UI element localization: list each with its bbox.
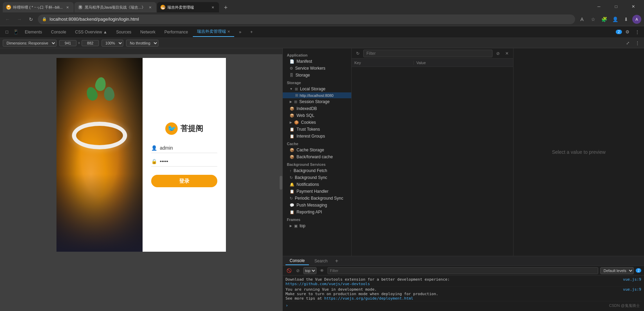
console-source-2: vue.js:9 (614, 287, 641, 292)
sidebar-frames-top[interactable]: ▶ ▣ top (283, 222, 351, 229)
sidebar-interest-groups[interactable]: 📋 Interest Groups (283, 133, 351, 140)
tab-more[interactable]: » (235, 27, 246, 37)
periodic-bg-label: Periodic Background Sync (295, 196, 343, 201)
clear-filter-icon[interactable]: ⊘ (495, 50, 501, 57)
rotate-icon[interactable]: ⤢ (624, 39, 632, 47)
storage-overview-label: Storage (295, 73, 310, 78)
tab-application[interactable]: 瑞吉外卖管理端 ✕ (193, 27, 234, 37)
console-context-select[interactable]: top (303, 267, 316, 274)
user-avatar[interactable]: A (632, 15, 641, 24)
tab-application-close[interactable]: ✕ (227, 30, 230, 33)
username-input[interactable] (160, 145, 217, 151)
login-button[interactable]: 登录 (151, 175, 217, 187)
console-filter-input[interactable] (328, 267, 598, 274)
resize-handle[interactable] (280, 176, 282, 190)
sidebar-manifest[interactable]: 📄 Manifest (283, 58, 351, 65)
indexeddb-label: IndexedDB (297, 106, 317, 111)
translate-icon[interactable]: A (577, 14, 587, 24)
star-icon[interactable]: ☆ (588, 14, 598, 24)
reload-btn[interactable]: ↻ (26, 14, 36, 24)
service-workers-icon: ⚙ (290, 66, 293, 71)
inspect-icon[interactable]: □ (3, 28, 11, 36)
vue-deployment-link[interactable]: https://vuejs.org/guide/deployment.html (324, 296, 413, 301)
tab-1-title: 咔哩咔哩 ( * ･っ口 千杯--bili... (13, 5, 63, 10)
filter-close-icon[interactable]: ✕ (503, 50, 510, 57)
tab-1-close[interactable]: ✕ (65, 4, 70, 10)
localhost-icon: ⊞ (295, 93, 298, 98)
browser-tab-2[interactable]: 黑 黑马程序员Java项目实战《瑞吉...》 ✕ (74, 2, 156, 12)
localhost-label: http://localhost:8080 (300, 93, 333, 98)
tab-console[interactable]: Console (47, 27, 70, 37)
throttle-select[interactable]: No throttling (126, 40, 158, 47)
tab-2-close[interactable]: ✕ (147, 4, 153, 10)
sidebar-storage-overview[interactable]: 🗄 Storage (283, 72, 351, 79)
tab-add[interactable]: + (246, 27, 257, 37)
forward-btn[interactable]: → (14, 14, 24, 24)
console-tab-search[interactable]: Search (310, 257, 332, 265)
more-icon[interactable]: ⋮ (634, 39, 641, 47)
sidebar-periodic-bg-sync[interactable]: ↻ Periodic Background Sync (283, 195, 351, 202)
zoom-select[interactable]: 100% (102, 40, 123, 47)
login-panel: 🐦 菩提阁 👤 🔒 (143, 58, 226, 252)
close-btn[interactable]: ✕ (625, 2, 641, 11)
browser-tab-1[interactable]: 🍺 咔哩咔哩 ( * ･っ口 千杯--bili... ✕ (3, 2, 74, 12)
refresh-icon[interactable]: ↻ (354, 50, 361, 57)
more-options-icon[interactable]: ⋮ (633, 28, 641, 36)
sidebar-localhost-8080[interactable]: ⊞ http://localhost:8080 (283, 92, 351, 98)
tab-performance[interactable]: Performance (160, 27, 192, 37)
profile-icon[interactable]: 👤 (610, 14, 620, 24)
sidebar-bg-sync[interactable]: ↻ Background Sync (283, 174, 351, 181)
ruler-horizontal (0, 48, 282, 54)
sidebar-web-sql[interactable]: 📦 Web SQL (283, 112, 351, 119)
browser-tab-3[interactable]: 🍜 瑞吉外卖管理端 ✕ (157, 2, 219, 12)
console-filter-icon[interactable]: ⊘ (294, 267, 301, 274)
bg-sync-icon: ↻ (290, 175, 293, 180)
download-icon[interactable]: ⬇ (621, 14, 631, 24)
notification-badge: 2 (616, 30, 622, 34)
console-clear-icon[interactable]: 🚫 (285, 267, 292, 274)
console-tab-console[interactable]: Console (285, 257, 309, 265)
filter-input[interactable] (363, 50, 492, 57)
console-area: Console Search + 🚫 ⊘ top 👁 Default level… (283, 256, 644, 311)
tab-css-overview[interactable]: CSS Overview ▲ (71, 27, 111, 37)
extensions-icon[interactable]: 🧩 (599, 14, 609, 24)
password-input[interactable] (160, 159, 217, 164)
console-add-tab[interactable]: + (333, 258, 340, 264)
sidebar-local-storage[interactable]: ▼ ⊞ Local Storage (283, 86, 351, 92)
tab-network[interactable]: Network (136, 27, 159, 37)
tab-2-title: 黑马程序员Java项目实战《瑞吉...》 (85, 5, 145, 10)
dimensions-select[interactable]: Dimensions: Responsive (3, 40, 56, 47)
maximize-btn[interactable]: □ (608, 2, 624, 11)
trust-tokens-label: Trust Tokens (297, 127, 320, 132)
width-input[interactable] (59, 40, 76, 46)
tab-3-close[interactable]: ✕ (210, 4, 216, 10)
bottom-credit: CSDN @鬼鬼骑士 (609, 303, 640, 308)
address-bar[interactable]: 🔒 localhost:8080/backend/page/login/logi… (38, 14, 575, 24)
settings-icon[interactable]: ⚙ (623, 28, 632, 36)
tab-elements[interactable]: Elements (21, 27, 46, 37)
sidebar-cache-storage[interactable]: 📦 Cache Storage (283, 147, 351, 153)
sidebar-payment-handler[interactable]: 📋 Payment Handler (283, 188, 351, 195)
new-tab-button[interactable]: + (221, 3, 231, 12)
sidebar-indexeddb[interactable]: 📦 IndexedDB (283, 105, 351, 112)
tab-sources[interactable]: Sources (112, 27, 135, 37)
back-btn[interactable]: ← (3, 14, 12, 24)
user-icon: 👤 (151, 145, 157, 151)
sidebar-trust-tokens[interactable]: 📋 Trust Tokens (283, 126, 351, 133)
sidebar-push-messaging[interactable]: 💬 Push Messaging (283, 202, 351, 209)
height-input[interactable] (82, 40, 99, 46)
sidebar-cookies[interactable]: ▶ 🍪 Cookies (283, 119, 351, 126)
console-eye-icon[interactable]: 👁 (319, 267, 325, 274)
device-icon[interactable]: 📱 (12, 28, 20, 36)
section-frames: Frames (283, 215, 351, 222)
sidebar-notifications[interactable]: 🔔 Notifications (283, 181, 351, 188)
vue-devtools-link[interactable]: https://github.com/vuejs/vue-devtools (285, 282, 370, 286)
sidebar-reporting-api[interactable]: 📋 Reporting API (283, 209, 351, 215)
console-level-select[interactable]: Default levels (600, 267, 634, 274)
sidebar-service-workers[interactable]: ⚙ Service Workers (283, 65, 351, 72)
minimize-btn[interactable]: ─ (591, 2, 607, 11)
sidebar-back-forward-cache[interactable]: 📦 Back/forward cache (283, 153, 351, 160)
back-forward-icon: 📦 (290, 155, 294, 159)
sidebar-session-storage[interactable]: ▶ ⊞ Session Storage (283, 98, 351, 105)
sidebar-bg-fetch[interactable]: ↑ Background Fetch (283, 167, 351, 174)
